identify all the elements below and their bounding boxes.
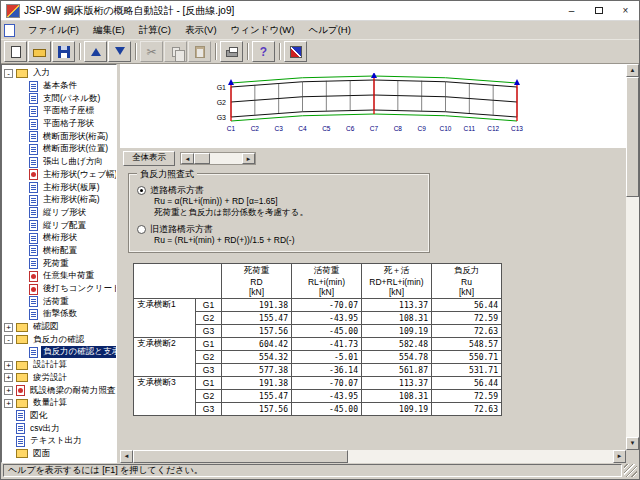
- value-cell: 72.63: [432, 403, 502, 416]
- radio-icon[interactable]: [137, 225, 146, 234]
- tree-item[interactable]: +確認図: [2, 321, 116, 334]
- value-cell: 550.71: [432, 351, 502, 364]
- expander-icon[interactable]: +: [4, 361, 13, 370]
- tree-item[interactable]: 支間(パネル数): [2, 92, 116, 105]
- tree-item[interactable]: 基本条件: [2, 80, 116, 93]
- scroll-right-icon[interactable]: ►: [242, 153, 255, 164]
- vertical-scrollbar[interactable]: ▲ ▼: [626, 64, 639, 450]
- document-icon[interactable]: [4, 24, 15, 37]
- scroll-left-icon[interactable]: ◄: [120, 450, 133, 463]
- tree-item[interactable]: +既設橋梁の耐荷力照査: [2, 384, 116, 397]
- scroll-right-icon[interactable]: ►: [613, 450, 626, 463]
- paste-button[interactable]: [188, 41, 211, 62]
- header-line: 負反力: [435, 265, 498, 277]
- tree-item[interactable]: 張出し曲げ方向: [2, 156, 116, 169]
- station-label: C12: [487, 125, 499, 132]
- expander-icon[interactable]: -: [4, 335, 13, 344]
- tree-item[interactable]: +数量計算: [2, 397, 116, 410]
- canvas-horizontal-scrollbar[interactable]: ◄ ►: [180, 152, 256, 165]
- minimize-button[interactable]: –: [558, 1, 585, 20]
- doc-red-icon: [29, 271, 38, 282]
- tree-item[interactable]: 横桁形状: [2, 232, 116, 245]
- tree-item-label: 主桁形状(桁高): [41, 194, 102, 206]
- tree-view[interactable]: -入力基本条件支間(パネル数)平面格子座標平面格子形状横断面形状(桁高)横断面形…: [1, 64, 117, 463]
- menu-item[interactable]: 編集(E): [86, 22, 132, 37]
- doc-icon: [29, 106, 38, 117]
- copy-button[interactable]: [164, 41, 187, 62]
- menu-item[interactable]: ヘルプ(H): [302, 22, 358, 37]
- header-line: [kN]: [365, 287, 428, 297]
- tree-item[interactable]: 図面: [2, 448, 116, 461]
- tree-item[interactable]: -入力: [2, 67, 116, 80]
- fit-view-button[interactable]: 全体表示: [123, 151, 175, 166]
- tree-item[interactable]: 横断面形状(桁高): [2, 130, 116, 143]
- expander-icon[interactable]: +: [4, 386, 13, 395]
- menu-item[interactable]: 表示(V): [178, 22, 224, 37]
- doc-icon: [29, 131, 38, 142]
- print-button[interactable]: [220, 41, 243, 62]
- radio-option[interactable]: 道路橋示方書: [137, 184, 423, 196]
- save-button[interactable]: [52, 41, 75, 62]
- radio-option[interactable]: 旧道路橋示方書: [137, 223, 423, 235]
- up-button[interactable]: [84, 41, 107, 62]
- expander-icon[interactable]: +: [4, 373, 13, 382]
- scroll-up-icon[interactable]: ▲: [626, 64, 639, 77]
- menu-item[interactable]: ウィンドウ(W): [224, 22, 302, 37]
- tree-item-label: 疲労設計: [31, 372, 69, 384]
- menu-item[interactable]: 計算(C): [132, 22, 178, 37]
- menu-item[interactable]: ファイル(F): [21, 22, 86, 37]
- tree-item[interactable]: 衝撃係数: [2, 308, 116, 321]
- tree-item[interactable]: 主桁形状(板厚): [2, 181, 116, 194]
- tree-item[interactable]: 縦リブ形状: [2, 207, 116, 220]
- tree-item[interactable]: 横桁配置: [2, 245, 116, 258]
- tree-item[interactable]: +設計計算: [2, 359, 116, 372]
- tree-item[interactable]: +疲労設計: [2, 372, 116, 385]
- scroll-thumb[interactable]: [194, 153, 210, 164]
- cut-button[interactable]: ✂: [140, 41, 163, 62]
- tree-item[interactable]: 横断面形状(位置): [2, 143, 116, 156]
- tree-item-label: 横桁形状: [41, 232, 79, 244]
- toolbar: ✂?: [1, 40, 639, 64]
- down-button[interactable]: [108, 41, 131, 62]
- girder-cell: G3: [196, 325, 222, 338]
- tree-item[interactable]: 活荷重: [2, 295, 116, 308]
- maximize-button[interactable]: [585, 1, 612, 20]
- down-glyph: [115, 47, 125, 60]
- tree-item[interactable]: 平面格子形状: [2, 118, 116, 131]
- exit-button[interactable]: [284, 41, 307, 62]
- up-icon: [89, 45, 103, 59]
- tree-item-label: 入力: [31, 67, 52, 79]
- radio-icon[interactable]: [137, 186, 146, 195]
- horizontal-scroll-thumb[interactable]: [133, 450, 348, 463]
- open-button[interactable]: [28, 41, 51, 62]
- expander-icon[interactable]: +: [4, 323, 13, 332]
- tree-item[interactable]: 図化: [2, 410, 116, 423]
- scroll-down-icon[interactable]: ▼: [626, 437, 639, 450]
- menu-bar: ファイル(F)編集(E)計算(C)表示(V)ウィンドウ(W)ヘルプ(H): [1, 21, 639, 40]
- tree-item[interactable]: 主桁形状(ウェブ幅): [2, 169, 116, 182]
- vertical-scroll-thumb[interactable]: [626, 77, 639, 197]
- tree-item[interactable]: 死荷重: [2, 257, 116, 270]
- tree-item[interactable]: 平面格子座標: [2, 105, 116, 118]
- scroll-left-icon[interactable]: ◄: [181, 153, 194, 164]
- tree-item[interactable]: 縦リブ配置: [2, 219, 116, 232]
- tree-item[interactable]: 負反力の確認と支承移動: [2, 346, 116, 359]
- resize-grip[interactable]: [624, 464, 637, 477]
- value-cell: 113.37: [362, 299, 432, 312]
- tree-item[interactable]: テキスト出力: [2, 435, 116, 448]
- expander-icon[interactable]: -: [4, 69, 13, 78]
- tree-item[interactable]: -負反力の確認: [2, 333, 116, 346]
- expander-icon[interactable]: +: [4, 399, 13, 408]
- tree-item[interactable]: 任意集中荷重: [2, 270, 116, 283]
- new-button[interactable]: [4, 41, 27, 62]
- value-cell: 548.57: [432, 338, 502, 351]
- tree-item[interactable]: 主桁形状(桁高): [2, 194, 116, 207]
- scroll-track[interactable]: [210, 153, 242, 164]
- close-button[interactable]: ×: [612, 1, 639, 20]
- tree-item[interactable]: 後打ちコンクリート: [2, 283, 116, 296]
- tree-item[interactable]: csv出力: [2, 422, 116, 435]
- help-button[interactable]: ?: [252, 41, 275, 62]
- horizontal-scrollbar[interactable]: ◄ ►: [120, 450, 626, 463]
- scroll-track[interactable]: [348, 450, 613, 463]
- new-glyph: [11, 46, 21, 58]
